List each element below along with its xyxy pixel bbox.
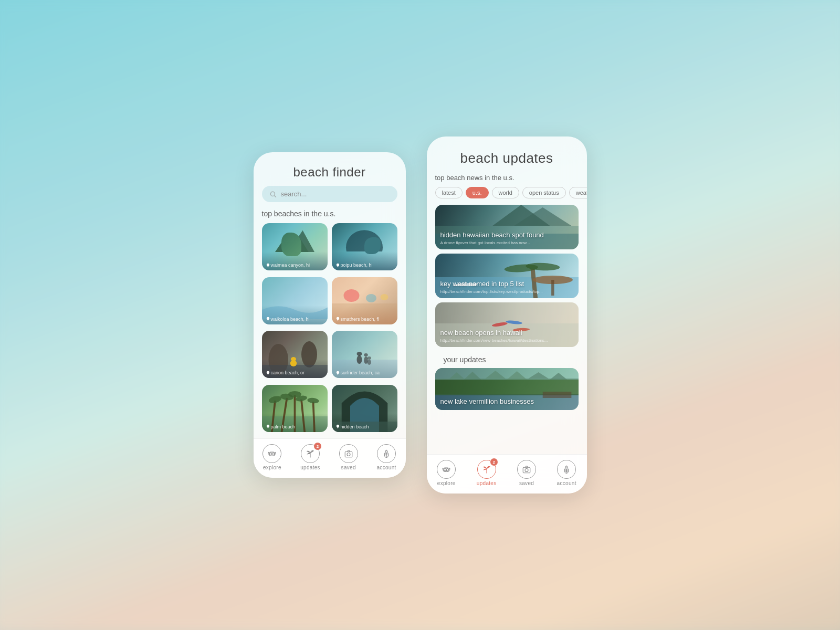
palm-tree-icon-left [306, 449, 315, 458]
svg-line-38 [313, 402, 314, 432]
nav-explore-right[interactable]: explore [437, 460, 456, 486]
search-placeholder: search... [281, 190, 390, 198]
pin-icon-1 [266, 263, 270, 268]
account-icon-wrap-left [377, 444, 396, 463]
beach-thumb-7[interactable]: palm beach [262, 385, 328, 432]
nav-account-right[interactable]: account [557, 460, 576, 486]
news-card-1[interactable]: hidden hawaiian beach spot found A drone… [435, 205, 579, 249]
chip-world[interactable]: world [492, 187, 519, 198]
svg-marker-8 [337, 265, 339, 267]
beach-thumb-1[interactable]: waimea canyon, hi [262, 223, 328, 270]
pin-icon-3 [266, 317, 270, 321]
saved-icon-wrap-left [339, 444, 358, 463]
account-label-left: account [376, 465, 396, 470]
your-updates-title: your updates [435, 351, 579, 368]
svg-rect-85 [435, 368, 579, 380]
beach-label-2: poipu beach, hi [336, 262, 373, 268]
nav-updates-right[interactable]: 2 updates [477, 460, 497, 486]
svg-point-6 [346, 230, 383, 251]
your-update-text-1: new lake vermillion businesses [440, 397, 534, 406]
beach-thumb-6[interactable]: surfrider beach, ca [332, 331, 397, 378]
bottom-nav-right: explore 2 updates [427, 454, 587, 494]
beach-label-6: surfrider beach, ca [336, 370, 380, 375]
svg-point-25 [356, 355, 362, 364]
svg-point-28 [364, 353, 368, 356]
nav-saved-right[interactable]: saved [517, 460, 536, 486]
dive-mask-icon-left [267, 449, 277, 458]
chip-open-status[interactable]: open status [522, 187, 566, 198]
dive-mask-icon-right [442, 465, 451, 474]
beach-thumb-4[interactable]: smathers beach, fl [332, 277, 397, 324]
news-headline-3: new beach opens in hawaii [440, 329, 548, 337]
svg-rect-93 [523, 467, 530, 473]
svg-marker-5 [267, 265, 269, 267]
beach-label-7: palm beach [266, 424, 296, 429]
beach-thumb-3[interactable]: waikoloa beach, hi [262, 277, 328, 324]
beach-label-5: canon beach, or [266, 370, 305, 375]
svg-point-0 [270, 192, 275, 196]
pin-icon-2 [336, 263, 340, 268]
account-icon-wrap-right [557, 460, 576, 479]
svg-marker-23 [267, 373, 269, 375]
news-text-2: key west named in top 5 list http://beac… [440, 280, 543, 294]
chip-latest[interactable]: latest [435, 187, 463, 198]
camera-icon-right [522, 465, 531, 474]
mountain-shape-2 [338, 226, 391, 252]
beach-grid: waimea canyon, hi poipu beach, hi [254, 223, 406, 438]
your-update-headline-1: new lake vermillion businesses [440, 397, 534, 406]
bottom-nav-left: explore 2 updates [254, 438, 406, 478]
svg-point-88 [444, 469, 447, 471]
nav-account-left[interactable]: account [376, 444, 396, 470]
camera-icon-left [344, 449, 353, 458]
svg-point-14 [380, 294, 388, 300]
nav-updates-left[interactable]: 2 updates [300, 444, 320, 470]
updates-icon-wrap-left: 2 [301, 444, 320, 463]
svg-point-29 [367, 360, 371, 365]
pin-icon-7 [266, 424, 270, 429]
beach-label-1: waimea canyon, hi [266, 262, 310, 268]
updates-label-right: updates [477, 480, 497, 486]
chip-us[interactable]: u.s. [466, 187, 489, 198]
beach-finder-title: beach finder [254, 152, 406, 186]
beach-thumb-5[interactable]: canon beach, or [262, 331, 328, 378]
news-headline-1: hidden hawaiian beach spot found [440, 231, 544, 239]
saved-icon-wrap-right [517, 460, 536, 479]
news-sub-1: A drone flyover that got locals excited … [440, 240, 544, 245]
chip-weather[interactable]: weather [569, 187, 587, 198]
updates-badge-left: 2 [314, 443, 321, 450]
search-bar[interactable]: search... [262, 186, 397, 202]
your-update-card-1[interactable]: new lake vermillion businesses [435, 368, 579, 410]
beach-thumb-8[interactable]: hidden beach [332, 385, 397, 432]
scene: beach finder search... top beaches in th… [0, 0, 840, 630]
news-sub-3: http://beachfinder.com/new-beaches/hawai… [440, 338, 548, 343]
top-beaches-section-title: top beaches in the u.s. [254, 209, 406, 223]
mountain-shape-1 [275, 228, 314, 252]
svg-rect-86 [542, 392, 571, 398]
beach-label-3: waikoloa beach, hi [266, 317, 310, 322]
svg-point-43 [307, 397, 319, 404]
filter-chips: latest u.s. world open status weather [427, 187, 587, 205]
explore-icon-wrap-right [437, 460, 456, 479]
news-card-2[interactable]: key west named in top 5 list http://beac… [435, 254, 579, 298]
beach-updates-title: beach updates [427, 136, 587, 174]
nav-explore-left[interactable]: explore [262, 444, 281, 470]
svg-point-56 [347, 453, 350, 456]
svg-point-13 [366, 294, 376, 302]
svg-point-18 [301, 341, 317, 368]
svg-marker-45 [267, 427, 269, 429]
search-icon [269, 191, 277, 198]
svg-point-51 [272, 453, 275, 456]
beach-thumb-2[interactable]: poipu beach, hi [332, 223, 397, 270]
svg-marker-48 [337, 427, 339, 429]
news-headline-2: key west named in top 5 list [440, 280, 543, 288]
svg-line-1 [274, 195, 276, 197]
nav-saved-left[interactable]: saved [339, 444, 358, 470]
svg-point-94 [525, 469, 528, 472]
updates-label-left: updates [300, 465, 320, 470]
saved-label-right: saved [519, 480, 534, 486]
news-scroll: hidden hawaiian beach spot found A drone… [427, 205, 587, 454]
pineapple-icon-right [562, 465, 571, 474]
news-card-3[interactable]: new beach opens in hawaii http://beachfi… [435, 302, 579, 347]
updates-badge-right: 2 [490, 458, 498, 466]
explore-label-left: explore [263, 465, 281, 470]
